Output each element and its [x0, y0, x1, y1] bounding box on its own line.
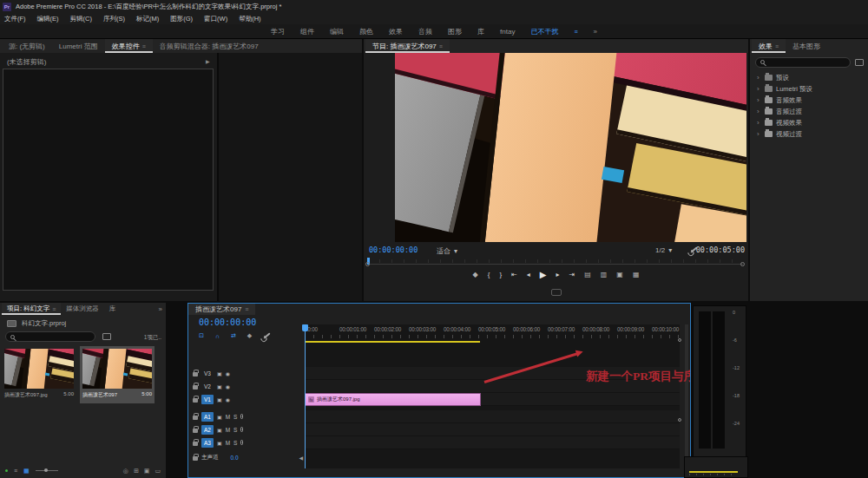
nest-toggle-icon[interactable]: ⊡ [199, 332, 204, 339]
timeline-view-toggle-icon[interactable]: ▶ [206, 58, 210, 64]
effects-tree-item-audio-effects[interactable]: › 音频效果 [750, 95, 868, 106]
menu-sequence[interactable]: 序列(S) [103, 15, 125, 23]
add-marker-icon[interactable]: ◆ [247, 332, 252, 339]
lock-icon[interactable] [193, 372, 198, 377]
mute-button[interactable]: M [226, 414, 230, 420]
mute-button[interactable]: M [226, 440, 230, 446]
panel-menu-icon[interactable]: ≡ [142, 43, 146, 49]
step-back-button[interactable]: ◂ [527, 271, 530, 278]
tab-sequence[interactable]: 插画泼艺术097 ≡ [188, 304, 255, 315]
lock-icon[interactable] [193, 416, 198, 420]
delete-button[interactable]: ▭ [155, 468, 161, 475]
track-target-v1[interactable]: V1 [201, 395, 214, 404]
tab-lumetri-scopes[interactable]: Lumetri 范围 [52, 39, 105, 53]
project-search-input[interactable] [5, 331, 95, 342]
sync-lock-icon[interactable]: ▣ [217, 396, 222, 403]
mute-button[interactable]: M [226, 427, 230, 433]
filter-bin-icon[interactable] [102, 333, 111, 340]
panel-menu-icon[interactable]: ≡ [439, 43, 443, 49]
timeline-vertical-scrollbar[interactable] [685, 324, 688, 468]
time-ruler[interactable] [305, 335, 680, 338]
track-target-a3[interactable]: A3 [201, 438, 214, 448]
tab-effects[interactable]: 效果 ≡ [752, 39, 786, 53]
scrubber-right-handle[interactable] [740, 262, 745, 266]
chevron-right-icon[interactable]: › [757, 119, 761, 127]
solo-button[interactable]: S [233, 414, 237, 420]
tab-audio-clip-mixer[interactable]: 音频剪辑混合器: 插画泼艺术097 [153, 39, 266, 53]
mark-in-button[interactable]: { [488, 271, 490, 278]
effects-tree-item-video-transitions[interactable]: › 视频过渡 [750, 128, 868, 140]
tab-media-browser[interactable]: 媒体浏览器 [61, 303, 104, 315]
workspace-tab-audio[interactable]: 音频 [418, 27, 432, 36]
solo-button[interactable]: S [233, 440, 237, 446]
workspace-tab-graphics[interactable]: 图形 [448, 27, 462, 36]
comparison-view-button[interactable]: ▦ [633, 271, 640, 278]
workspace-tab-color[interactable]: 颜色 [359, 27, 373, 36]
sync-lock-icon[interactable]: ▣ [217, 427, 222, 433]
zoom-fit-dropdown[interactable]: 适合 ▾ [437, 246, 457, 256]
sync-lock-icon[interactable]: ▣ [217, 414, 222, 420]
panel-menu-icon[interactable]: ≡ [775, 43, 779, 49]
list-view-button[interactable]: ≡ [14, 468, 17, 474]
menu-graphics[interactable]: 图形(G) [170, 15, 193, 23]
lock-icon[interactable] [193, 385, 198, 390]
solo-button[interactable]: S [233, 427, 237, 433]
effects-search-input[interactable] [755, 57, 851, 68]
sync-lock-icon[interactable]: ▣ [217, 370, 222, 377]
voiceover-mic-icon[interactable] [240, 440, 243, 445]
new-bin-button[interactable]: ⊞ [134, 468, 139, 475]
chevron-right-icon[interactable]: › [757, 74, 761, 82]
new-custom-bin-icon[interactable] [855, 59, 864, 66]
thumbnail-zoom-slider[interactable] [36, 470, 58, 471]
find-button[interactable]: ◎ [123, 468, 128, 475]
workspace-tab-learning[interactable]: 学习 [271, 27, 285, 36]
track-header-v3[interactable]: V3 ▣ ◉ [193, 367, 303, 379]
add-marker-button[interactable]: ◆ [473, 271, 478, 278]
track-lane-a2[interactable] [305, 423, 680, 436]
workspace-tab-effects[interactable]: 效果 [389, 27, 403, 36]
workspace-tab-libraries[interactable]: 库 [477, 27, 484, 36]
project-file-row[interactable]: 科幻文字.prproj [7, 319, 66, 328]
track-lane-a3[interactable] [305, 436, 680, 449]
fx-badge[interactable]: fx [308, 396, 314, 403]
step-forward-button[interactable]: ▸ [556, 271, 559, 278]
work-area-bar[interactable] [305, 341, 480, 343]
sync-lock-icon[interactable]: ▣ [217, 383, 222, 390]
track-target-v2[interactable]: V2 [201, 382, 214, 391]
eye-icon[interactable]: ◉ [226, 396, 230, 403]
effects-tree-item-lumetri[interactable]: › Lumetri 预设 [750, 83, 868, 95]
new-item-button[interactable]: ▣ [144, 468, 150, 475]
menu-file[interactable]: 文件(F) [4, 15, 26, 23]
track-header-v2[interactable]: V2 ▣ ◉ [193, 380, 303, 392]
track-target-a2[interactable]: A2 [201, 425, 214, 435]
fit-track-icon[interactable]: ◀ [299, 455, 303, 461]
timeline-current-timecode[interactable]: 00:00:00:00 [199, 318, 256, 327]
project-item-image[interactable]: 插画泼艺术097.jpg 5.00 [2, 346, 76, 403]
program-scrubber[interactable] [367, 259, 743, 268]
workspace-menu-icon[interactable]: ≡ [574, 29, 577, 35]
menu-window[interactable]: 窗口(W) [204, 15, 227, 23]
chevron-right-icon[interactable]: › [757, 85, 761, 93]
track-header-a1[interactable]: A1 ▣ M S [193, 410, 303, 422]
effects-tree-item-video-effects[interactable]: › 视频效果 [750, 117, 868, 128]
track-header-a3[interactable]: A3 ▣ M S [193, 436, 303, 449]
menu-help[interactable]: 帮助(H) [239, 15, 260, 23]
effects-tree-item-audio-transitions[interactable]: › 音频过渡 [750, 106, 868, 117]
scrubber-left-handle[interactable] [365, 262, 370, 266]
menu-edit[interactable]: 编辑(E) [37, 15, 59, 23]
workspace-tab-active[interactable]: 已不干扰 [530, 27, 558, 36]
timeline-clip[interactable]: fx 插画泼艺术097.jpg [305, 393, 481, 406]
tab-effect-controls[interactable]: 效果控件 ≡ [105, 39, 153, 53]
chevron-right-icon[interactable]: › [757, 130, 761, 138]
project-item-sequence[interactable]: 插画泼艺术097 5:00 [80, 346, 155, 403]
scroll-handle-top[interactable] [678, 338, 681, 342]
panel-menu-icon[interactable]: ≡ [245, 306, 248, 312]
track-header-master[interactable]: 主声道 0.0 ◀ [193, 451, 303, 463]
button-editor-icon[interactable] [551, 289, 562, 296]
play-button[interactable]: ▶ [540, 270, 547, 279]
mark-out-button[interactable]: } [499, 271, 502, 278]
lift-button[interactable]: ▤ [584, 271, 591, 278]
panel-overflow-icon[interactable]: » [159, 305, 162, 313]
lock-icon[interactable] [193, 456, 198, 461]
icon-view-button[interactable]: ▦ [23, 468, 30, 475]
